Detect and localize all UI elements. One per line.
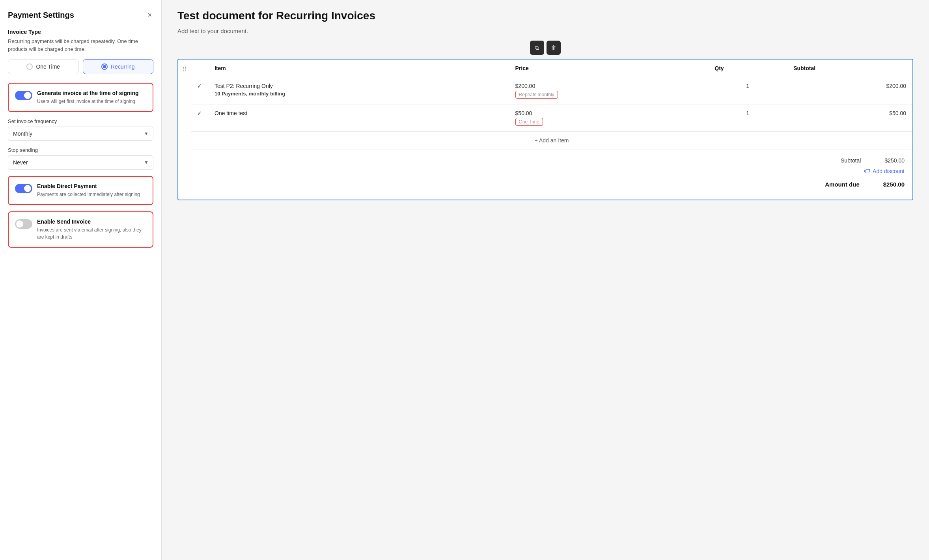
document-title: Test document for Recurring Invoices: [177, 9, 913, 22]
close-button[interactable]: ×: [146, 9, 153, 21]
stop-sending-label: Stop sending: [8, 147, 153, 153]
document-subtitle: Add text to your document.: [177, 28, 913, 34]
discount-label: Add discount: [873, 168, 905, 174]
copy-icon-button[interactable]: ⧉: [530, 41, 544, 55]
invoice-type-description: Recurring payments will be charged repea…: [8, 37, 153, 53]
row2-qty: 1: [708, 105, 787, 132]
row1-item: Test P2: Recurring Only 10 Payments, mon…: [208, 77, 509, 105]
copy-icon: ⧉: [535, 45, 539, 51]
amount-due-label: Amount due: [825, 181, 860, 188]
generate-invoice-desc: Users will get first invoice at the time…: [37, 98, 146, 105]
direct-payment-section: Enable Direct Payment Payments are colle…: [8, 176, 153, 205]
row2-check: ✓: [191, 105, 208, 132]
frequency-select[interactable]: Monthly Weekly Yearly: [8, 127, 153, 141]
document-container: ⠿ Item Price Qty Subtotal: [177, 59, 913, 200]
add-discount-row[interactable]: 🏷 Add discount: [199, 168, 905, 175]
send-invoice-slider: [15, 219, 32, 229]
one-time-radio: [26, 63, 33, 70]
table-row: ✓ Test P2: Recurring Only 10 Payments, m…: [191, 77, 912, 105]
row1-price: $200.00 Repeats monthly: [509, 77, 709, 105]
generate-invoice-row: Generate invoice at the time of signing …: [15, 90, 146, 105]
generate-invoice-toggle[interactable]: [15, 91, 32, 100]
direct-payment-label-block: Enable Direct Payment Payments are colle…: [37, 183, 146, 198]
send-invoice-row: Enable Send Invoice Invoices are sent vi…: [15, 218, 146, 241]
direct-payment-toggle[interactable]: [15, 184, 32, 193]
row2-price-badge: One Time: [515, 118, 543, 126]
stop-sending-section: Stop sending Never After 3 months After …: [8, 147, 153, 170]
invoice-type-title: Invoice Type: [8, 29, 153, 35]
recurring-radio: [101, 63, 108, 70]
direct-payment-desc: Payments are collected immediately after…: [37, 191, 146, 198]
send-invoice-label-block: Enable Send Invoice Invoices are sent vi…: [37, 218, 146, 241]
direct-payment-slider: [15, 184, 32, 193]
delete-icon-button[interactable]: 🗑: [547, 41, 561, 55]
row2-item: One time test: [208, 105, 509, 132]
stop-sending-select-wrapper: Never After 3 months After 6 months Afte…: [8, 155, 153, 170]
add-item-row[interactable]: + Add an Item: [191, 131, 912, 149]
frequency-label: Set invoice frequency: [8, 118, 153, 124]
send-invoice-section: Enable Send Invoice Invoices are sent vi…: [8, 211, 153, 248]
row2-subtotal: $50.00: [787, 105, 912, 132]
row1-check: ✓: [191, 77, 208, 105]
payment-settings-panel: Payment Settings × Invoice Type Recurrin…: [0, 0, 162, 560]
stop-sending-select[interactable]: Never After 3 months After 6 months Afte…: [8, 155, 153, 170]
row1-qty: 1: [708, 77, 787, 105]
generate-invoice-slider: [15, 91, 32, 100]
direct-payment-row: Enable Direct Payment Payments are colle…: [15, 183, 146, 198]
col-qty: Qty: [708, 60, 787, 77]
send-invoice-toggle[interactable]: [15, 219, 32, 229]
col-subtotal: Subtotal: [787, 60, 912, 77]
one-time-option[interactable]: One Time: [8, 59, 79, 74]
one-time-label: One Time: [36, 63, 60, 70]
amount-due-value: $250.00: [883, 181, 905, 188]
row1-item-name: Test P2: Recurring Only: [215, 83, 503, 89]
frequency-select-wrapper: Monthly Weekly Yearly ▼: [8, 127, 153, 141]
row1-price-value: $200.00: [515, 83, 702, 89]
panel-header: Payment Settings ×: [8, 9, 153, 21]
generate-invoice-label-block: Generate invoice at the time of signing …: [37, 90, 146, 105]
subtotal-value: $250.00: [884, 157, 905, 164]
subtotal-row: Subtotal $250.00: [199, 157, 905, 164]
frequency-section: Set invoice frequency Monthly Weekly Yea…: [8, 118, 153, 141]
invoice-type-options: One Time Recurring: [8, 59, 153, 74]
row1-subtotal: $200.00: [787, 77, 912, 105]
recurring-label: Recurring: [111, 63, 135, 70]
discount-icon: 🏷: [864, 168, 870, 175]
invoice-type-section: Invoice Type Recurring payments will be …: [8, 29, 153, 74]
row2-item-name: One time test: [215, 110, 503, 116]
send-invoice-desc: Invoices are sent via email after signin…: [37, 226, 146, 241]
row2-price-value: $50.00: [515, 110, 702, 116]
generate-invoice-section: Generate invoice at the time of signing …: [8, 83, 153, 112]
col-check: [191, 60, 208, 77]
doc-drag-wrapper: ⠿ Item Price Qty Subtotal: [178, 60, 912, 200]
recurring-radio-dot: [103, 65, 106, 68]
doc-table-wrapper: Item Price Qty Subtotal ✓ Test P2: Recur…: [191, 60, 912, 200]
direct-payment-title: Enable Direct Payment: [37, 183, 146, 189]
send-invoice-title: Enable Send Invoice: [37, 218, 146, 225]
row1-item-sub: 10 Payments, monthly billing: [215, 91, 503, 97]
document-toolbar: ⧉ 🗑: [530, 41, 561, 55]
add-item-label: + Add an Item: [535, 137, 569, 144]
table-row: ✓ One time test $50.00 One Time 1 $50.00: [191, 105, 912, 132]
row1-price-badge: Repeats monthly: [515, 91, 558, 99]
amount-due-row: Amount due $250.00: [199, 181, 905, 188]
document-panel: Test document for Recurring Invoices Add…: [162, 0, 929, 560]
col-price: Price: [509, 60, 709, 77]
panel-title: Payment Settings: [8, 11, 74, 20]
delete-icon: 🗑: [551, 45, 556, 51]
totals-section: Subtotal $250.00 🏷 Add discount Amount d…: [191, 149, 912, 200]
row2-price: $50.00 One Time: [509, 105, 709, 132]
drag-handle[interactable]: ⠿: [178, 60, 191, 200]
col-item: Item: [208, 60, 509, 77]
table-header-row: Item Price Qty Subtotal: [191, 60, 912, 77]
subtotal-label: Subtotal: [841, 157, 861, 164]
generate-invoice-title: Generate invoice at the time of signing: [37, 90, 146, 96]
items-table: Item Price Qty Subtotal ✓ Test P2: Recur…: [191, 60, 912, 131]
recurring-option[interactable]: Recurring: [83, 59, 154, 74]
